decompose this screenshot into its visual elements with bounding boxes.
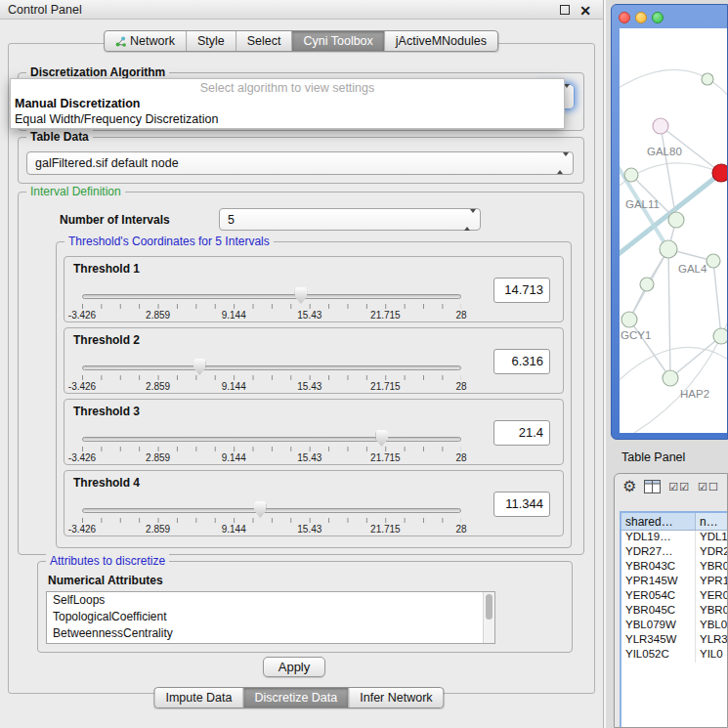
- table-cell-shared-name[interactable]: YBR043C: [621, 560, 696, 575]
- table-data-combobox[interactable]: galFiltered.sif default node: [26, 151, 574, 175]
- network-node[interactable]: [713, 328, 728, 344]
- scale-label: -3.426: [68, 524, 96, 535]
- column-header-name[interactable]: n…: [696, 513, 727, 530]
- network-node[interactable]: [621, 312, 637, 327]
- control-panel-titlebar[interactable]: Control Panel ✕: [0, 0, 603, 20]
- table-cell-name[interactable]: YLR3: [696, 633, 727, 648]
- slider-track: [82, 294, 461, 299]
- scale-label: 15.43: [297, 524, 321, 535]
- network-node[interactable]: [653, 118, 668, 134]
- number-of-intervals-combobox[interactable]: 5: [219, 208, 481, 231]
- table-cell-shared-name[interactable]: YER054C: [621, 589, 696, 604]
- node-label-gcy1: GCY1: [621, 329, 651, 341]
- table-cell-shared-name[interactable]: YBR045C: [621, 604, 696, 619]
- network-node[interactable]: [640, 278, 654, 291]
- table-row[interactable]: YBR043CYBR0: [621, 560, 727, 575]
- list-scrollbar[interactable]: [483, 592, 494, 643]
- tab-network[interactable]: Network: [105, 31, 186, 51]
- table-cell-shared-name[interactable]: YDR27…: [621, 545, 696, 560]
- threshold-1-value-field[interactable]: 14.713: [493, 278, 550, 303]
- table-row[interactable]: YDL19…YDL1: [621, 531, 727, 545]
- table-cell-name[interactable]: YDR2: [696, 545, 727, 560]
- network-node[interactable]: [660, 240, 677, 258]
- tab-cyni-toolbox[interactable]: Cyni Toolbox: [291, 31, 383, 51]
- gear-icon[interactable]: ⚙: [622, 479, 636, 494]
- table-row[interactable]: YBL079WYBL0: [621, 619, 727, 633]
- network-view-window[interactable]: GAL80 GAL11 GAL4 GCY1 HAP2: [611, 4, 728, 440]
- table-row[interactable]: YER054CYER0: [621, 589, 727, 604]
- table-row[interactable]: YDR27…YDR2: [621, 545, 727, 560]
- checkbox-group-icon[interactable]: ☑☑: [668, 481, 690, 493]
- close-icon[interactable]: ✕: [579, 5, 591, 17]
- threshold-3-slider[interactable]: [82, 437, 461, 443]
- threshold-4-value-field[interactable]: 11.344: [493, 492, 550, 517]
- threshold-4-slider-handle[interactable]: [254, 501, 267, 518]
- network-node[interactable]: [707, 254, 720, 268]
- numerical-attribute-item[interactable]: BetweennessCentrality: [47, 625, 494, 642]
- control-panel-window: Control Panel ✕ Network Style Select Cyn…: [0, 0, 604, 728]
- tab-discretize-data[interactable]: Discretize Data: [243, 688, 349, 707]
- threshold-3-value-field[interactable]: 21.4: [493, 420, 550, 446]
- table-cell-shared-name[interactable]: YBL079W: [621, 619, 696, 633]
- network-node[interactable]: [668, 212, 684, 228]
- network-canvas[interactable]: GAL80 GAL11 GAL4 GCY1 HAP2: [620, 28, 728, 433]
- table-cell-name[interactable]: YBR0: [696, 560, 727, 575]
- tab-infer-network[interactable]: Infer Network: [348, 688, 443, 707]
- top-tab-bar: Network Style Select Cyni Toolbox jActiv…: [104, 30, 498, 52]
- tab-select[interactable]: Select: [236, 31, 292, 51]
- table-cell-shared-name[interactable]: YLR345W: [621, 633, 696, 648]
- scale-label: 9.144: [222, 381, 246, 392]
- table-cell-name[interactable]: YDL1: [696, 531, 727, 545]
- numerical-attribute-item[interactable]: TopologicalCoefficient: [47, 609, 494, 625]
- table-row[interactable]: YPR145WYPR1: [621, 575, 727, 589]
- network-node[interactable]: [624, 168, 638, 182]
- table-data-group: Table Data galFiltered.sif default node: [18, 137, 584, 184]
- slider-scale-labels: -3.4262.8599.14415.4321.71528: [82, 452, 461, 463]
- threshold-4-slider[interactable]: [82, 508, 461, 514]
- table-cell-name[interactable]: YER0: [696, 589, 727, 604]
- minimize-traffic-light-icon[interactable]: [635, 12, 647, 23]
- table-cell-shared-name[interactable]: YDL19…: [621, 531, 696, 545]
- threshold-1-slider-handle[interactable]: [294, 287, 307, 304]
- dropdown-option-equal-width-frequency[interactable]: Equal Width/Frequency Discretization: [11, 111, 564, 127]
- threshold-4-block: Threshold 4 -3.4262.8599.14415.4321.7152…: [64, 470, 564, 536]
- interval-definition-group: Interval Definition Number of Intervals …: [18, 192, 584, 555]
- scale-label: 28: [455, 452, 466, 463]
- close-traffic-light-icon[interactable]: [619, 12, 630, 23]
- column-header-shared-name[interactable]: shared…: [621, 513, 696, 530]
- columns-icon[interactable]: [644, 480, 661, 493]
- zoom-traffic-light-icon[interactable]: [652, 12, 664, 23]
- table-cell-name[interactable]: YPR1: [696, 575, 727, 589]
- network-node[interactable]: [663, 370, 678, 386]
- network-node-selected[interactable]: [712, 164, 728, 182]
- tab-style[interactable]: Style: [186, 31, 236, 51]
- table-data-selected-value: galFiltered.sif default node: [35, 156, 179, 170]
- table-row[interactable]: YBR045CYBR0: [621, 604, 727, 619]
- numerical-attribute-item[interactable]: SelfLoops: [47, 592, 494, 609]
- table-cell-shared-name[interactable]: YIL052C: [621, 648, 696, 663]
- node-label-gal4: GAL4: [678, 263, 707, 275]
- table-row[interactable]: YIL052CYIL0: [621, 648, 727, 663]
- checkbox-group-icon[interactable]: ☑☐: [698, 481, 719, 493]
- tab-jactivemnodules[interactable]: jActiveMNodules: [384, 31, 497, 51]
- table-cell-name[interactable]: YIL0: [696, 648, 727, 663]
- tab-impute-data[interactable]: Impute Data: [154, 688, 242, 707]
- table-cell-shared-name[interactable]: YPR145W: [621, 575, 696, 589]
- threshold-2-slider[interactable]: [82, 365, 461, 371]
- float-window-icon[interactable]: [560, 5, 570, 15]
- threshold-2-value-field[interactable]: 6.316: [493, 349, 550, 374]
- list-scrollbar-thumb[interactable]: [486, 594, 492, 620]
- numerical-attributes-list[interactable]: SelfLoopsTopologicalCoefficientBetweenne…: [46, 591, 495, 644]
- attributes-group: Attributes to discretize Numerical Attri…: [37, 561, 573, 653]
- table-row[interactable]: YLR345WYLR3: [621, 633, 727, 648]
- threshold-1-slider[interactable]: [82, 294, 461, 300]
- table-cell-name[interactable]: YBL0: [696, 619, 727, 633]
- threshold-2-slider-handle[interactable]: [193, 359, 206, 375]
- network-node[interactable]: [702, 73, 713, 85]
- threshold-3-label: Threshold 3: [73, 405, 140, 418]
- dropdown-option-manual-discretization[interactable]: Manual Discretization: [11, 96, 564, 111]
- table-cell-name[interactable]: YBR0: [696, 604, 727, 619]
- apply-button[interactable]: Apply: [263, 657, 325, 677]
- scale-label: -3.426: [68, 381, 96, 392]
- threshold-3-slider-handle[interactable]: [375, 430, 388, 447]
